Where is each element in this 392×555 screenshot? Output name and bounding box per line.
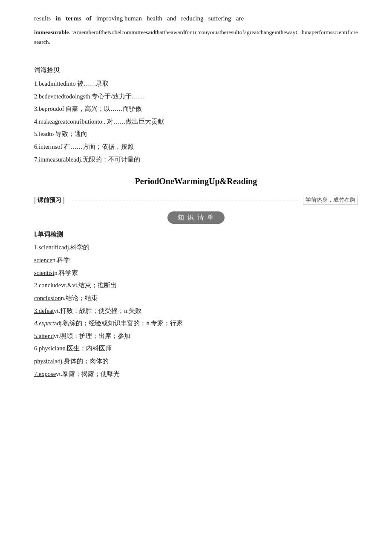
suffering-text: suffering: [208, 15, 231, 22]
word-item: 6.physiciann.医生；内科医师: [34, 343, 358, 354]
knowledge-badge-container: 知 识 清 单: [34, 211, 358, 224]
preview-line-divider: [72, 200, 300, 200]
health-text: health: [147, 15, 162, 22]
vocab-item: 6.intermsof 在……方面；依据，按照: [34, 142, 358, 152]
word-term: conclusion: [34, 295, 61, 301]
preview-label: 课前预习: [34, 196, 65, 205]
vocab-item: 3.beproudof 自豪，高兴；以……而骄傲: [34, 104, 358, 114]
word-item: 4.expertadj.熟练的；经验或知识丰富的；n.专家；行家: [34, 318, 358, 329]
word-definition: n.科学: [52, 257, 70, 263]
word-item: 7.exposevt.暴露；揭露；使曝光: [34, 369, 358, 379]
preview-right-text: 学前热身，成竹在胸: [303, 196, 358, 205]
improving-text: improving human: [96, 15, 142, 22]
vocab-item: 4.makeagreatcontributionto...对……做出巨大贡献: [34, 116, 358, 127]
word-definition: n.科学家: [55, 269, 78, 276]
terms-text: terms: [66, 15, 81, 22]
word-items-list: 1.scientificadj.科学的sciencen.科学scientistn…: [34, 242, 358, 379]
word-term: 6.physician: [34, 345, 62, 352]
word-item: 1.scientificadj.科学的: [34, 242, 358, 253]
results-text: results: [34, 15, 51, 22]
of-text: of: [86, 15, 92, 22]
vocab-item: 2.bedevotedtodoingsth.专心于/致力于……: [34, 91, 358, 102]
preview-bar: 课前预习 学前热身，成竹在胸: [34, 196, 358, 205]
word-definition: vt.打败；战胜；使受挫；n.失败: [54, 307, 141, 314]
reducing-text: reducing: [181, 15, 203, 22]
word-item: 3.defeatvt.打败；战胜；使受挫；n.失败: [34, 306, 358, 316]
section-heading: Ⅰ.单词检测: [34, 231, 358, 239]
word-definition: vt.&vi.结束；推断出: [61, 282, 117, 289]
word-item: 5.attendvt.照顾；护理；出席；参加: [34, 331, 358, 341]
knowledge-badge: 知 识 清 单: [167, 211, 224, 224]
word-term: 2.conclude: [34, 282, 61, 289]
vocab-section-title: 词海拾贝: [34, 66, 358, 74]
long-text-content: ."AmemberoftheNobelcommitteesaidthatthea…: [34, 29, 358, 45]
top-paragraph: results in terms of improving human heal…: [34, 13, 358, 24]
word-item: scientistn.科学家: [34, 268, 358, 278]
word-item: conclusionn.结论；结束: [34, 293, 358, 304]
word-term: 4.expert: [34, 320, 54, 327]
in-text: in: [55, 15, 61, 22]
chapter-title: PeriodOneWarmingUp&Reading: [34, 176, 358, 186]
word-definition: vt.暴露；揭露；使曝光: [56, 370, 120, 377]
word-definition: n.医生；内科医师: [62, 345, 112, 352]
vocab-item: 1.beadmittedinto 被……录取: [34, 78, 358, 89]
word-term: 3.defeat: [34, 307, 54, 314]
word-definition: adj.熟练的；经验或知识丰富的；n.专家；行家: [54, 320, 183, 327]
word-term: science: [34, 257, 52, 263]
word-item: sciencen.科学: [34, 255, 358, 266]
vocab-item: 7.immeasurableadj.无限的；不可计量的: [34, 154, 358, 165]
are-text: are: [236, 15, 244, 22]
word-definition: adj.科学的: [61, 244, 89, 251]
word-definition: vt.照顾；护理；出席；参加: [54, 332, 130, 339]
word-term: scientist: [34, 269, 55, 276]
word-definition: n.结论；结束: [61, 295, 98, 301]
word-term: 5.attend: [34, 332, 54, 339]
word-term: 7.expose: [34, 370, 56, 377]
word-definition: adj.身体的；肉体的: [55, 358, 108, 364]
and-text: and: [167, 15, 176, 22]
vocab-item: 5.leadto 导致；通向: [34, 129, 358, 139]
word-term: 1.scientific: [34, 244, 61, 251]
vocab-list: 1.beadmittedinto 被……录取2.bedevotedtodoing…: [34, 78, 358, 165]
long-paragraph: immeasurable."AmemberoftheNobelcommittee…: [34, 28, 358, 47]
word-term: physical: [34, 358, 55, 364]
word-item: physicaladj.身体的；肉体的: [34, 356, 358, 367]
immeasurable-text: immeasurable: [34, 29, 69, 35]
word-item: 2.concludevt.&vi.结束；推断出: [34, 280, 358, 291]
